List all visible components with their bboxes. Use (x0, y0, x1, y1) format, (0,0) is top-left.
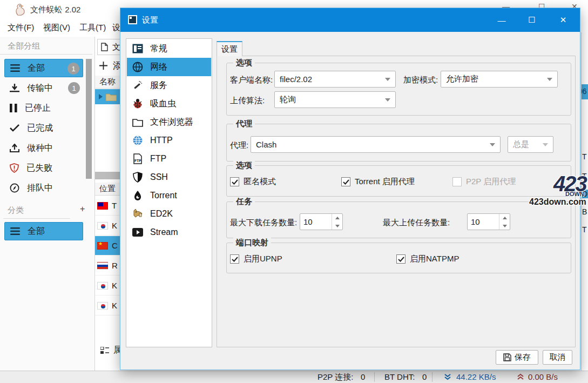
horizontal-scrollbar[interactable] (95, 172, 120, 179)
dialog-close-button[interactable]: ✕ (551, 8, 576, 32)
sidebar-scrollbar[interactable] (86, 59, 92, 179)
spinner-down-button[interactable] (332, 222, 343, 230)
natpmp-checkbox[interactable]: 启用NATPMP (396, 254, 459, 264)
upload-algo-value: 轮询 (280, 95, 296, 105)
encryption-mode-combo[interactable]: 允许加密 (441, 71, 558, 88)
save-floppy-icon (503, 353, 511, 361)
peer-row[interactable]: K (95, 296, 120, 315)
spinner-up-button[interactable] (499, 214, 510, 221)
sidebar-category-all[interactable]: 全部 (4, 222, 83, 240)
peer-row[interactable]: K (95, 216, 120, 236)
nav-item-ed2k[interactable]: ED2K (127, 205, 211, 223)
torrent-proxy-checkbox[interactable]: Torrent 启用代理 (341, 177, 415, 187)
nav-item-ssh[interactable]: SSH (127, 168, 211, 186)
category-header-label: 分类 (8, 205, 24, 216)
peer-row[interactable]: K (95, 276, 120, 295)
bt-dht-label: BT DHT: (384, 372, 415, 381)
checkbox-checked-icon (230, 177, 239, 186)
menu-settings-partial[interactable]: 设 (112, 23, 120, 33)
nav-item-http[interactable]: HTTP (127, 131, 211, 150)
chevron-down-icon (547, 78, 552, 81)
sidebar-item-all[interactable]: 全部 1 (4, 59, 83, 77)
cancel-button[interactable]: 取消 (543, 350, 572, 365)
check-icon (10, 124, 19, 132)
count-badge: 1 (67, 63, 79, 75)
peer-row[interactable]: T (95, 196, 120, 216)
sidebar-item-seeding[interactable]: 做种中 (4, 139, 83, 157)
checkbox-checked-icon (341, 177, 350, 186)
dialog-minimize-button[interactable]: — (489, 8, 514, 32)
nav-item-file-browser[interactable]: 文件浏览器 (127, 113, 211, 131)
category-divider (3, 218, 70, 219)
checkbox-checked-icon (230, 254, 239, 264)
group-title: 端口映射 (233, 238, 271, 248)
add-task-button[interactable]: 添 (99, 59, 120, 72)
file-tab[interactable]: 文 (97, 39, 120, 55)
nav-item-label: Stream (150, 227, 178, 237)
save-button[interactable]: 保存 (496, 350, 538, 365)
client-name-combo[interactable]: filec/2.02 (274, 71, 396, 88)
korea-flag-icon (97, 222, 108, 230)
dialog-title: 设置 (142, 15, 158, 25)
taiwan-flag-icon (97, 202, 108, 210)
menu-tools[interactable]: 工具(T) (79, 23, 106, 33)
peer-row[interactable]: R (95, 256, 120, 276)
menu-view[interactable]: 视图(V) (43, 23, 70, 33)
checkbox-label: P2P 启用代理 (466, 177, 516, 187)
sliver-cell: 06 (581, 84, 588, 99)
dialog-maximize-button[interactable]: ☐ (519, 8, 544, 32)
max-upload-spinner[interactable] (467, 213, 510, 230)
sidebar-item-queued[interactable]: 排队中 (4, 179, 83, 197)
sidebar-item-label: 做种中 (27, 143, 53, 154)
max-download-input[interactable] (303, 214, 330, 230)
name-column-header[interactable]: 名称 (95, 76, 120, 89)
peer-row-selected[interactable]: C (95, 236, 120, 256)
max-download-label: 最大下载任务数量: (230, 218, 297, 228)
selected-file-row[interactable] (95, 89, 120, 104)
menu-file[interactable]: 文件(F) (8, 23, 34, 33)
russia-flag-icon (97, 262, 108, 270)
statusbar-separator (432, 372, 432, 382)
max-download-spinner[interactable] (300, 213, 343, 230)
nav-item-torrent[interactable]: Torrent (127, 186, 211, 205)
tab-settings[interactable]: 设置 (217, 41, 242, 56)
sidebar-item-stopped[interactable]: 已停止 (4, 99, 83, 117)
proxy-mode-combo[interactable]: 总是 (508, 136, 553, 153)
group-title: 代理 (233, 119, 255, 129)
nav-item-general[interactable]: 常规 (127, 39, 211, 58)
sidebar-item-label: 排队中 (27, 183, 53, 194)
nav-item-services[interactable]: 服务 (127, 76, 211, 95)
sidebar-item-transferring[interactable]: 传输中 1 (4, 79, 83, 97)
location-column-header[interactable]: 位置 (95, 183, 120, 196)
nav-item-network[interactable]: 网络 (127, 58, 211, 76)
nav-item-leecher[interactable]: 吸血虫 (127, 95, 211, 113)
chevron-down-icon (543, 143, 548, 146)
nav-item-label: ED2K (150, 209, 173, 219)
upnp-checkbox[interactable]: 启用UPNP (230, 254, 282, 264)
properties-tab[interactable]: 属 (100, 345, 120, 356)
statusbar: P2P 连接: 0 BT DHT: 0 44.22 KB/s 0.00 B/s (0, 371, 588, 383)
torrent-icon (132, 190, 144, 201)
globe-icon (132, 135, 144, 146)
statusbar-separator (374, 372, 375, 382)
properties-tab-label: 属 (113, 345, 120, 356)
ftp-icon: FTP (132, 153, 144, 165)
sidebar-item-completed[interactable]: 已完成 (4, 119, 83, 137)
upload-algo-combo[interactable]: 轮询 (274, 91, 396, 108)
proxy-combo[interactable]: Clash (251, 136, 501, 153)
add-category-button[interactable]: + (80, 204, 85, 214)
wand-icon (132, 79, 144, 91)
nav-item-stream[interactable]: Stream (127, 223, 211, 241)
sidebar-item-failed[interactable]: 已失败 (4, 159, 83, 177)
group-tasks: 任务 最大下载任务数量: 最大上传任务数量: (226, 201, 571, 238)
p2p-proxy-checkbox[interactable]: P2P 启用代理 (452, 177, 516, 187)
max-upload-input[interactable] (471, 214, 498, 230)
spinner-down-button[interactable] (499, 222, 510, 230)
nav-item-ftp[interactable]: FTP FTP (127, 150, 211, 168)
spinner-up-button[interactable] (332, 214, 343, 221)
properties-grid-icon (100, 347, 109, 354)
group-options-top: 选项 客户端名称: filec/2.02 加密模式: 允许加密 上传算法: 轮询 (226, 63, 571, 116)
anonymous-mode-checkbox[interactable]: 匿名模式 (230, 177, 276, 187)
general-icon (132, 43, 144, 55)
group-options-proxy: 选项 匿名模式 Torrent 启用代理 P2P 启用代理 (226, 165, 571, 197)
